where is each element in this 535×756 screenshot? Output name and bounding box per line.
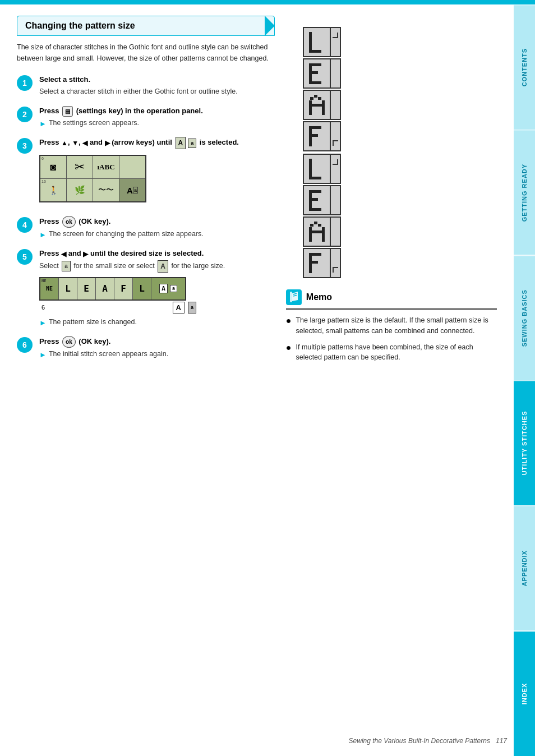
s5-NE: NE NE [40, 278, 58, 299]
small-size-icon: a [62, 261, 71, 271]
leaf-notch-A2 [331, 216, 341, 247]
sidebar-tab-sewing-basics[interactable]: SEWING BASICS [514, 255, 535, 380]
step-5-result: ► The pattern size is changed. [39, 318, 275, 327]
memo-item-1: ● The large pattern size is the default.… [286, 315, 497, 336]
s5-size-display: A a [172, 302, 197, 314]
footer: Sewing the Various Built-In Decorative P… [17, 737, 507, 745]
leaf-row-A1 [303, 90, 341, 120]
s5-big-A: A [159, 284, 168, 293]
leaf-char-A2 [303, 216, 331, 247]
top-bar [0, 0, 535, 4]
svg-rect-4 [309, 71, 318, 74]
s5-L2: L [133, 278, 151, 299]
svg-rect-29 [309, 261, 318, 264]
lcd-cell-5: 16 🚶 [40, 179, 66, 201]
step-3-number: 3 [17, 138, 33, 154]
step-6-result: ► The initial stitch screen appears agai… [39, 350, 275, 359]
sidebar-tab-index[interactable]: INDEX [514, 631, 535, 756]
step-1-desc: Select a character stitch in either the … [39, 86, 275, 97]
memo-header: Memo [286, 289, 497, 310]
s5-small-a: a [170, 285, 177, 292]
svg-rect-16 [309, 177, 321, 179]
step5-lcd: NE NE L E A F L A a [39, 277, 186, 301]
sidebar-tab-getting-ready[interactable]: GETTING READY [514, 130, 535, 255]
lcd-cell-1: 6 ◙ [40, 156, 66, 178]
svg-rect-26 [312, 231, 322, 233]
step-4: 4 Press ok (OK key). ► The screen for ch… [17, 216, 275, 239]
step-1-content: Select a stitch. Select a character stit… [39, 74, 275, 96]
memo-section: Memo ● The large pattern size is the def… [286, 289, 497, 363]
leaf-chars-container [303, 27, 341, 278]
intro-text: The size of character stitches in the Go… [17, 42, 275, 64]
leaf-row-E2 [303, 185, 341, 215]
step-6-title: Press ok (OK key). [39, 336, 275, 348]
step-5-content: Press ◀ and ▶ until the desired size is … [39, 248, 275, 327]
svg-rect-10 [322, 100, 325, 115]
step-3-content: Press ▲, ▼, ◀ and ▶ (arrow keys) until A… [39, 137, 275, 207]
sidebar-tab-utility-stitches[interactable]: UTILITY STITCHES [514, 380, 535, 505]
step-5-desc: Select a for the small size or select A … [39, 260, 275, 273]
step-1-number: 1 [17, 75, 33, 91]
leaf-notch-F1 [331, 121, 341, 151]
leaf-row-L2 [303, 154, 341, 184]
step-6: 6 Press ok (OK key). ► The initial stitc… [17, 336, 275, 359]
leaf-notch-L2 [331, 154, 341, 184]
leaf-char-E1 [303, 58, 331, 89]
step-6-number: 6 [17, 337, 33, 353]
bullet-1: ● [286, 314, 292, 336]
s5-A: A [96, 278, 114, 299]
svg-rect-25 [322, 227, 325, 242]
right-column: Memo ● The large pattern size is the def… [286, 16, 497, 368]
step-6-content: Press ok (OK key). ► The initial stitch … [39, 336, 275, 359]
leaf-char-F2 [303, 248, 331, 278]
s5-num: 6 [41, 304, 45, 311]
leaf-notch-A1 [331, 90, 341, 120]
svg-rect-7 [310, 97, 313, 100]
step5-lcd-wrapper: NE NE L E A F L A a [39, 277, 275, 314]
step-2-content: Press ▤ (settings key) in the operation … [39, 105, 275, 128]
section-title: Changing the pattern size [25, 21, 135, 31]
svg-rect-24 [309, 227, 312, 242]
arrow-icon-5: ► [39, 319, 47, 327]
arrow-right-5: ▶ [83, 249, 88, 259]
s5-A-display: A [173, 302, 185, 314]
svg-rect-1 [309, 50, 321, 53]
svg-rect-15 [309, 159, 312, 179]
lcd-cell-3: ıABC [93, 156, 119, 178]
arrow-icon-2: ► [39, 119, 47, 128]
arrow-right-icon: ▶ [105, 138, 110, 148]
large-size-icon: A [158, 260, 168, 273]
ok-key-icon-6: ok [62, 336, 76, 348]
svg-rect-8 [318, 97, 321, 100]
leaf-char-E2 [303, 185, 331, 215]
sidebar-tab-contents[interactable]: CONTENTS [514, 4, 535, 130]
right-sidebar: CONTENTS GETTING READY SEWING BASICS UTI… [514, 4, 535, 756]
leaf-row-E1 [303, 58, 341, 89]
svg-rect-14 [309, 134, 318, 137]
lcd-cell-4-empty [119, 156, 145, 178]
s5-F: F [114, 278, 132, 299]
step-4-content: Press ok (OK key). ► The screen for chan… [39, 216, 275, 239]
step-2-result: ► The settings screen appears. [39, 119, 275, 128]
lcd-cell-6: 🌿 [67, 179, 93, 201]
svg-rect-0 [309, 32, 312, 52]
svg-rect-11 [312, 104, 322, 107]
step-1: 1 Select a stitch. Select a character st… [17, 74, 275, 96]
svg-rect-22 [310, 224, 313, 227]
svg-rect-18 [309, 190, 321, 193]
step-2-title: Press ▤ (settings key) in the operation … [39, 105, 275, 117]
section-title-box: Changing the pattern size [17, 16, 275, 36]
arrow-left-icon: ◀ [82, 138, 87, 148]
leaf-vertical-display [303, 27, 497, 278]
s5-L: L [59, 278, 77, 299]
s5-a-display: a [188, 302, 196, 314]
ok-key-icon-4: ok [62, 216, 76, 228]
sidebar-tab-appendix[interactable]: APPENDIX [514, 505, 535, 630]
bullet-2: ● [286, 341, 292, 363]
step-4-result: ► The screen for changing the pattern si… [39, 230, 275, 239]
leaf-row-L1 [303, 27, 341, 57]
svg-rect-9 [309, 100, 312, 115]
memo-item-2: ● If multiple patterns have been combine… [286, 342, 497, 363]
step-2: 2 Press ▤ (settings key) in the operatio… [17, 105, 275, 128]
main-content: Changing the pattern size The size of ch… [0, 4, 514, 385]
